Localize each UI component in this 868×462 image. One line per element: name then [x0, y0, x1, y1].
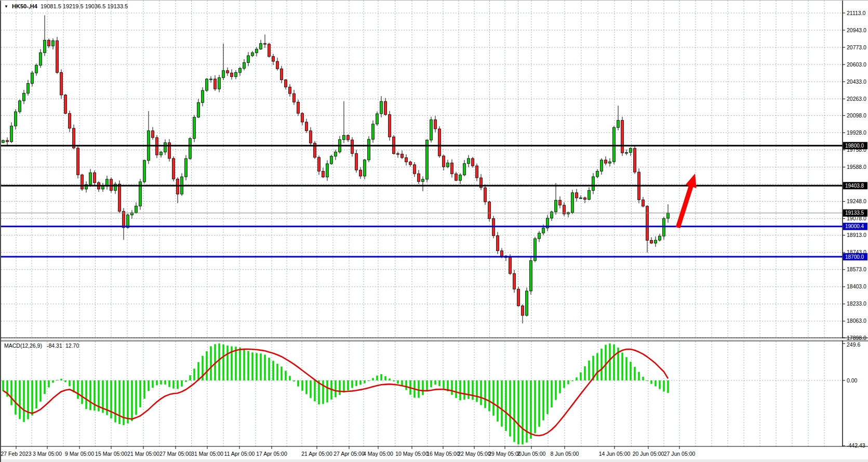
candle-bullish	[102, 187, 104, 189]
price-tick-20263.0: 20263.0	[847, 96, 866, 102]
macd-bar	[343, 380, 345, 392]
macd-bar	[48, 380, 50, 387]
macd-bar	[206, 351, 208, 380]
macd-bar	[322, 380, 324, 404]
macd-bar	[168, 380, 170, 387]
candle-bearish	[281, 69, 283, 80]
candle-bearish	[305, 122, 308, 131]
macd-bar	[567, 380, 569, 384]
macd-bar	[372, 378, 374, 380]
macd-bar	[476, 380, 478, 402]
candle-bullish	[571, 193, 574, 213]
candle-bullish	[330, 156, 333, 164]
macd-tick--442.43: -442.43	[847, 442, 865, 448]
macd-bar	[127, 380, 129, 424]
macd-tick-0.00: 0.00	[847, 377, 858, 384]
macd-bar	[434, 380, 436, 385]
time-label: 4 May 05:00	[363, 451, 393, 457]
macd-bar	[23, 380, 25, 422]
macd-bar	[164, 380, 166, 385]
macd-bar	[625, 357, 627, 380]
time-label: 14 Jun 05:00	[599, 451, 631, 457]
candle-bearish	[56, 41, 59, 72]
macd-bar	[272, 361, 274, 380]
candle-bullish	[15, 112, 17, 126]
macd-bar	[60, 379, 62, 380]
price-label-19403.8: 19403.8	[845, 183, 864, 189]
macd-bar	[422, 380, 424, 395]
time-label: 11 Apr 05:00	[224, 451, 255, 457]
macd-bar	[584, 366, 586, 380]
candle-bullish	[667, 213, 670, 218]
macd-bar	[85, 380, 87, 409]
candle-bearish	[451, 163, 453, 174]
candle-bullish	[135, 206, 138, 213]
time-label: 27 Feb 2023	[1, 451, 32, 457]
macd-bar	[621, 352, 623, 380]
candle-bearish	[401, 154, 404, 157]
macd-bar	[609, 344, 611, 380]
macd-bar	[235, 347, 237, 380]
macd-bar	[81, 380, 83, 404]
macd-bar	[256, 353, 258, 380]
candle-bearish	[347, 135, 350, 140]
candle-bullish	[197, 102, 200, 117]
candle-bullish	[35, 65, 38, 73]
macd-bar	[443, 380, 445, 389]
macd-bar	[368, 380, 370, 381]
price-label-19133.5: 19133.5	[845, 210, 864, 216]
macd-bar	[305, 380, 308, 394]
macd-bar	[135, 380, 137, 415]
macd-bar	[426, 380, 428, 390]
candle-bullish	[659, 236, 661, 240]
candle-bullish	[193, 117, 196, 139]
macd-bar	[335, 380, 337, 397]
symbol-period-label: HK50-,H4	[12, 3, 38, 9]
candle-bullish	[364, 160, 366, 176]
candle-bullish	[160, 152, 163, 155]
macd-bar	[359, 380, 362, 385]
candle-bullish	[44, 40, 46, 52]
candle-bullish	[530, 260, 532, 291]
chart-canvas[interactable]: 21113.020943.020773.020603.020433.020263…	[0, 1, 868, 462]
candle-bullish	[625, 153, 628, 154]
macd-bar	[397, 380, 399, 384]
price-tick-19588.0: 19588.0	[847, 164, 866, 170]
macd-bar	[418, 380, 420, 398]
macd-bar	[52, 380, 54, 382]
macd-bar	[251, 352, 253, 380]
candle-bearish	[563, 205, 566, 214]
ohlc-readout: ▼ HK50-,H4 19081.5 19219.5 19036.5 19133…	[4, 3, 128, 9]
macd-bar	[160, 380, 162, 385]
candle-bearish	[318, 157, 321, 171]
candle-bearish	[509, 257, 512, 273]
candle-bullish	[52, 41, 55, 46]
candle-bearish	[351, 140, 354, 153]
candle-bearish	[497, 236, 499, 251]
candle-bullish	[206, 79, 208, 90]
macd-bar	[193, 368, 195, 380]
macd-bar	[110, 380, 112, 418]
macd-bar	[667, 380, 669, 393]
macd-bar	[384, 376, 386, 380]
macd-bar	[339, 380, 341, 395]
candle-bearish	[418, 174, 420, 181]
time-label: 16 May 05:00	[426, 451, 460, 457]
candle-bearish	[355, 153, 358, 170]
candle-bullish	[243, 62, 246, 68]
macd-bar	[605, 345, 607, 380]
macd-bar	[546, 380, 549, 414]
symbol-dropdown-icon[interactable]: ▼	[4, 4, 8, 9]
price-tick-19928.0: 19928.0	[847, 129, 866, 136]
price-tick-21113.0: 21113.0	[847, 10, 866, 16]
candle-bullish	[596, 171, 599, 177]
macd-bar	[600, 349, 603, 380]
macd-bar	[131, 380, 133, 421]
candle-bearish	[77, 148, 79, 175]
candle-bullish	[617, 121, 620, 128]
macd-bar	[492, 380, 495, 416]
macd-bar	[389, 378, 391, 380]
candle-bearish	[94, 173, 96, 182]
macd-bar	[364, 380, 366, 384]
macd-bar	[638, 372, 640, 380]
